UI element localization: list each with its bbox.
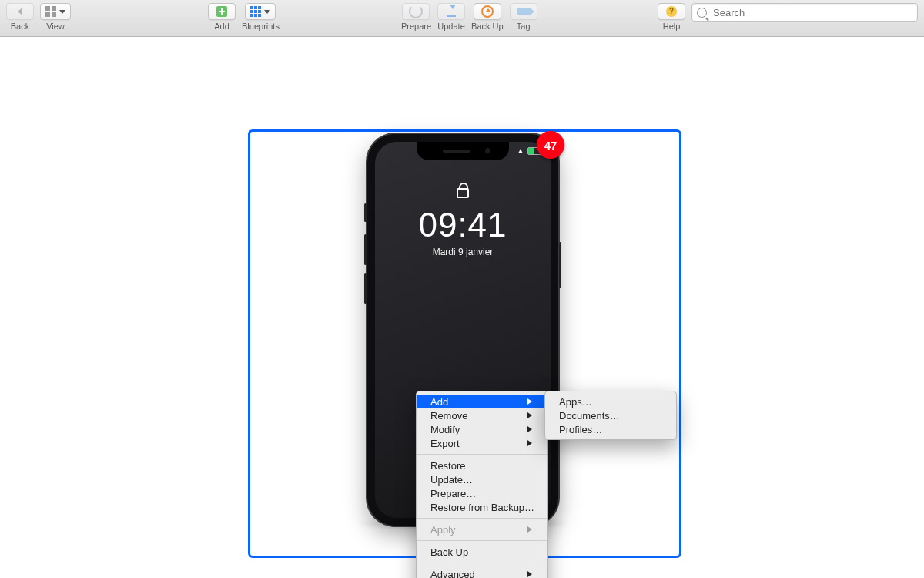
backup-label: Back Up xyxy=(471,22,504,31)
chevron-right-icon xyxy=(527,398,532,405)
notification-badge: 47 xyxy=(537,131,564,159)
backup-icon xyxy=(481,5,494,18)
lock-date: Mardi 9 janvier xyxy=(375,247,551,257)
help-button[interactable]: ? Help xyxy=(658,3,685,31)
chevron-right-icon xyxy=(527,440,532,446)
menu-item-update[interactable]: Update… xyxy=(417,472,547,486)
grid-icon xyxy=(45,6,56,17)
update-label: Update xyxy=(437,22,464,31)
prepare-label: Prepare xyxy=(401,22,431,31)
menu-item-restore-backup[interactable]: Restore from Backup… xyxy=(417,500,547,514)
menu-item-advanced[interactable]: Advanced xyxy=(417,567,547,578)
phone-notch-icon xyxy=(417,142,509,160)
menu-separator xyxy=(417,518,547,519)
prepare-icon xyxy=(409,5,423,18)
menu-item-backup[interactable]: Back Up xyxy=(417,545,547,559)
search-input[interactable] xyxy=(711,6,912,19)
content-area: ▲ 09:41 Mardi 9 janvier 47 Add Remove Mo… xyxy=(0,37,924,578)
menu-item-modify[interactable]: Modify xyxy=(417,422,547,436)
back-button[interactable]: Back xyxy=(6,3,34,31)
submenu-item-documents[interactable]: Documents… xyxy=(545,408,676,422)
submenu-item-profiles[interactable]: Profiles… xyxy=(545,422,676,436)
tag-icon xyxy=(517,8,530,15)
menu-item-add[interactable]: Add xyxy=(417,395,547,408)
chevron-right-icon xyxy=(527,426,532,432)
menu-item-prepare[interactable]: Prepare… xyxy=(417,486,547,500)
chevron-down-icon xyxy=(59,10,65,14)
toolbar: Back View Add Blueprints Prepare Update xyxy=(0,0,924,37)
menu-separator xyxy=(417,563,547,563)
submenu-item-apps[interactable]: Apps… xyxy=(545,395,676,408)
help-icon: ? xyxy=(666,6,677,17)
chevron-right-icon xyxy=(527,526,532,533)
search-field[interactable] xyxy=(691,3,918,22)
menu-separator xyxy=(417,454,547,455)
context-menu: Add Remove Modify Export Restore Update…… xyxy=(416,391,548,578)
menu-item-apply: Apply xyxy=(417,523,547,536)
back-label: Back xyxy=(11,22,29,31)
search-icon xyxy=(697,8,707,18)
context-submenu: Apps… Documents… Profiles… xyxy=(544,391,677,440)
download-icon xyxy=(447,6,456,17)
view-button[interactable]: View xyxy=(40,3,71,31)
menu-item-remove[interactable]: Remove xyxy=(417,408,547,422)
backup-button[interactable]: Back Up xyxy=(471,3,504,31)
blueprints-label: Blueprints xyxy=(242,22,280,31)
lock-time: 09:41 xyxy=(375,208,551,242)
add-label: Add xyxy=(214,22,229,31)
menu-item-export[interactable]: Export xyxy=(417,436,547,450)
tag-label: Tag xyxy=(517,22,531,31)
chevron-right-icon xyxy=(527,412,532,418)
chevron-left-icon xyxy=(18,8,22,15)
chevron-down-icon xyxy=(264,10,270,14)
menu-item-restore[interactable]: Restore xyxy=(417,459,547,472)
view-label: View xyxy=(46,22,65,31)
menu-separator xyxy=(417,540,547,541)
blueprints-button[interactable]: Blueprints xyxy=(242,3,280,31)
tag-button[interactable]: Tag xyxy=(510,3,537,31)
add-button[interactable]: Add xyxy=(208,3,236,31)
lock-icon xyxy=(457,188,469,198)
update-button[interactable]: Update xyxy=(437,3,465,31)
blueprints-icon xyxy=(250,6,261,17)
wifi-icon: ▲ xyxy=(517,146,524,155)
prepare-button[interactable]: Prepare xyxy=(401,3,431,31)
chevron-right-icon xyxy=(527,571,532,577)
help-label: Help xyxy=(663,22,681,31)
plus-icon xyxy=(216,6,227,17)
